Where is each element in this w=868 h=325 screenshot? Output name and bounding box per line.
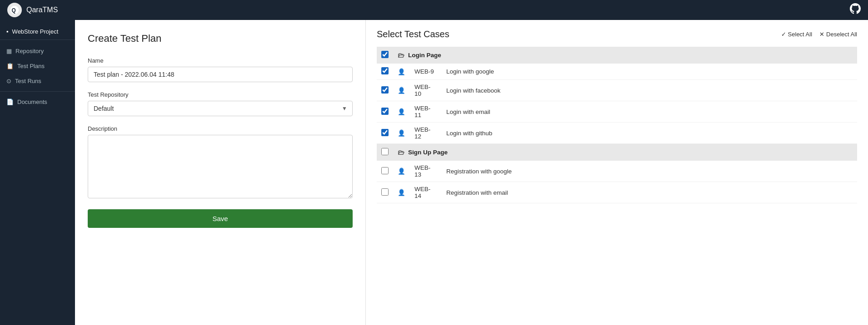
page-title: Create Test Plan — [88, 33, 353, 44]
test-cases-header: Select Test Cases ✓ Select All ✕ Deselec… — [377, 29, 857, 39]
group-checkbox-signup[interactable] — [381, 148, 389, 155]
save-button[interactable]: Save — [88, 209, 353, 228]
person-icon: 👤 — [398, 108, 405, 115]
person-icon: 👤 — [398, 130, 405, 137]
case-checkbox-web12[interactable] — [381, 129, 389, 136]
project-name: WebStore Project — [12, 28, 59, 35]
name-input[interactable] — [88, 67, 353, 82]
repo-label: Test Repository — [88, 91, 353, 98]
person-icon: 👤 — [398, 87, 405, 94]
case-id: WEB-11 — [410, 101, 442, 123]
case-name: Login with facebook — [442, 80, 857, 101]
test-cases-table: 🗁 Login Page 👤 WEB-9 Login with google — [377, 47, 857, 203]
case-checkbox-web11[interactable] — [381, 108, 389, 115]
name-group: Name — [88, 57, 353, 82]
test-plans-icon: 📋 — [6, 63, 14, 69]
group-name-login: Login Page — [408, 52, 441, 59]
app-logo: Q — [7, 3, 22, 17]
sidebar-item-label-repository: Repository — [15, 48, 44, 54]
sidebar-item-label-test-runs: Test Runs — [15, 78, 41, 84]
desc-label: Description — [88, 125, 353, 132]
repo-select-wrapper: Default ▼ — [88, 101, 353, 116]
desc-textarea[interactable] — [88, 135, 353, 198]
tc-actions: ✓ Select All ✕ Deselect All — [781, 31, 857, 38]
case-checkbox-web14[interactable] — [381, 188, 389, 196]
name-label: Name — [88, 57, 353, 64]
table-row: 👤 WEB-11 Login with email — [377, 101, 857, 123]
case-checkbox-web10[interactable] — [381, 86, 389, 94]
repo-select[interactable]: Default — [88, 101, 353, 116]
documents-icon: 📄 — [6, 98, 14, 105]
case-id: WEB-9 — [410, 64, 442, 80]
sidebar-item-label-test-plans: Test Plans — [17, 63, 45, 69]
case-checkbox-web13[interactable] — [381, 167, 389, 174]
group-name-signup: Sign Up Page — [408, 149, 448, 156]
test-cases-panel: Select Test Cases ✓ Select All ✕ Deselec… — [366, 20, 868, 325]
person-icon: 👤 — [398, 69, 405, 75]
app-title: QaraTMS — [26, 6, 58, 14]
case-name: Login with email — [442, 101, 857, 123]
sidebar-item-test-runs[interactable]: ⊙ Test Runs — [0, 74, 75, 89]
svg-text:Q: Q — [12, 7, 16, 14]
x-icon: ✕ — [819, 31, 824, 38]
group-row-signup: 🗁 Sign Up Page — [377, 144, 857, 161]
test-cases-title: Select Test Cases — [377, 29, 449, 39]
case-id: WEB-13 — [410, 161, 442, 182]
sidebar-item-repository[interactable]: ▦ Repository — [0, 44, 75, 59]
table-row: 👤 WEB-9 Login with google — [377, 64, 857, 80]
group-checkbox-login[interactable] — [381, 51, 389, 58]
table-row: 👤 WEB-14 Registration with email — [377, 182, 857, 203]
case-checkbox-web9[interactable] — [381, 67, 389, 74]
table-row: 👤 WEB-10 Login with facebook — [377, 80, 857, 101]
sidebar-item-documents[interactable]: 📄 Documents — [0, 94, 75, 109]
form-panel: Create Test Plan Name Test Repository De… — [75, 20, 366, 325]
table-row: 👤 WEB-13 Registration with google — [377, 161, 857, 182]
case-id: WEB-12 — [410, 123, 442, 144]
repo-group: Test Repository Default ▼ — [88, 91, 353, 116]
case-id: WEB-14 — [410, 182, 442, 203]
project-icon: ▪ — [6, 28, 9, 35]
sidebar: ▪ WebStore Project ▦ Repository 📋 Test P… — [0, 20, 75, 325]
top-nav: Q QaraTMS — [0, 0, 868, 20]
sidebar-divider — [0, 91, 75, 92]
github-icon[interactable] — [850, 3, 861, 17]
case-name: Login with github — [442, 123, 857, 144]
table-row: 👤 WEB-12 Login with github — [377, 123, 857, 144]
checkmark-icon: ✓ — [781, 31, 786, 38]
deselect-all-button[interactable]: ✕ Deselect All — [819, 31, 857, 38]
repository-icon: ▦ — [6, 48, 12, 54]
select-all-button[interactable]: ✓ Select All — [781, 31, 812, 38]
person-icon: 👤 — [398, 168, 405, 175]
sidebar-item-label-documents: Documents — [17, 98, 47, 105]
case-name: Registration with email — [442, 182, 857, 203]
project-selector[interactable]: ▪ WebStore Project — [0, 24, 75, 40]
desc-group: Description — [88, 125, 353, 200]
person-icon: 👤 — [398, 189, 405, 196]
group-row-login: 🗁 Login Page — [377, 47, 857, 64]
case-name: Login with google — [442, 64, 857, 80]
case-id: WEB-10 — [410, 80, 442, 101]
test-runs-icon: ⊙ — [6, 78, 11, 84]
sidebar-item-test-plans[interactable]: 📋 Test Plans — [0, 59, 75, 74]
folder-icon-login: 🗁 — [398, 51, 404, 59]
folder-icon-signup: 🗁 — [398, 148, 404, 156]
case-name: Registration with google — [442, 161, 857, 182]
